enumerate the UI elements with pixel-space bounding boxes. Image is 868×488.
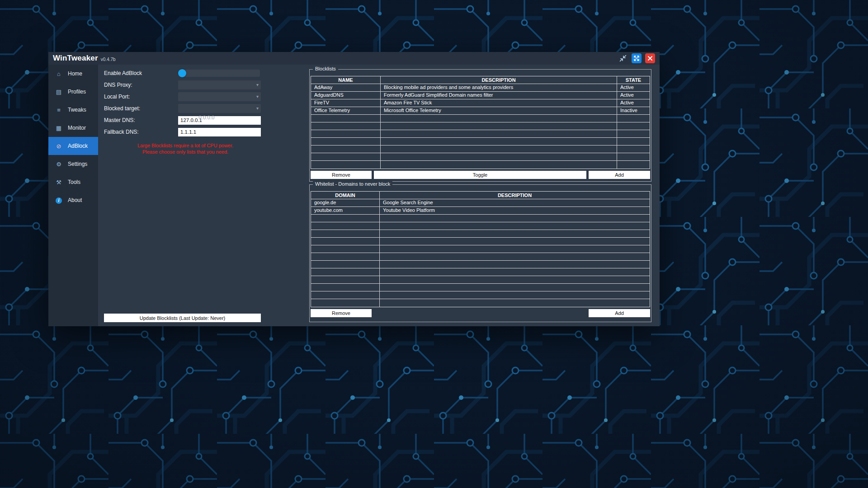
blocklist-row[interactable] [311, 138, 650, 145]
add-whitelist-button[interactable]: Add [589, 309, 650, 317]
blocklist-name-cell [311, 153, 381, 160]
whitelist-domain-cell [311, 238, 380, 245]
whitelist-description-cell [380, 245, 650, 253]
whitelist-domain-cell [311, 299, 380, 307]
sidebar-item-label: Home [68, 70, 82, 77]
toggle-knob[interactable] [178, 69, 186, 77]
dns-proxy-select[interactable]: Google / 8.8.8.8 ▾ [178, 80, 261, 89]
blocklist-row[interactable] [311, 115, 650, 122]
blocklist-row[interactable] [311, 145, 650, 153]
whitelist-description-cell [380, 238, 650, 245]
sidebar-item-tools[interactable]: ⚒ Tools [48, 173, 98, 191]
home-icon: ⌂ [55, 70, 63, 77]
whitelist-description-cell: Google Search Engine [380, 199, 650, 206]
whitelist-row[interactable] [311, 276, 650, 284]
whitelist-table-body: google.de Google Search Engine youtube.c… [311, 199, 650, 307]
whitelist-row[interactable] [311, 261, 650, 268]
blocklist-state-cell [617, 153, 650, 160]
blocklist-row[interactable] [311, 122, 650, 130]
whitelist-row[interactable] [311, 215, 650, 222]
close-button[interactable] [645, 53, 655, 63]
sidebar-item-about[interactable]: i About [48, 191, 98, 209]
app-window: WinTweaker v0.4.7b [48, 52, 660, 326]
sidebar-item-adblock[interactable]: ⊘ AdBlock [48, 137, 98, 155]
blocklist-description-cell: Formerly AdGuard Simplified Domain names… [381, 92, 617, 99]
maximize-button[interactable] [632, 53, 642, 63]
titlebar[interactable]: WinTweaker v0.4.7b [48, 52, 660, 65]
blocklists-groupbox: Blocklists NAME DESCRIPTION STATE AdAway… [309, 69, 651, 182]
blocklist-description-cell [381, 161, 617, 169]
sidebar-item-settings[interactable]: ⚙ Settings [48, 155, 98, 173]
enable-adblock-toggle[interactable] [178, 70, 260, 77]
remove-whitelist-button[interactable]: Remove [311, 309, 372, 317]
blocklist-description-cell: Microsoft Office Telemetry [381, 107, 617, 114]
blocklist-row[interactable] [311, 153, 650, 161]
blocklist-row[interactable]: FireTV Amazon Fire TV Stick Active [311, 99, 650, 107]
blocklist-row[interactable] [311, 161, 650, 169]
blocklists-group-title: Blocklists [313, 66, 338, 71]
sidebar-item-tweaks[interactable]: ≡ Tweaks [48, 101, 98, 119]
blocklist-state-cell: Inactive [617, 107, 650, 114]
whitelist-domain-cell [311, 230, 380, 237]
whitelist-description-cell [380, 284, 650, 291]
adblock-settings-form: Enable AdBlock DNS Proxy: Google / 8.8.8… [104, 67, 267, 155]
whitelist-groupbox: Whitelist - Domains to never block DOMAI… [309, 184, 651, 322]
whitelist-description-cell [380, 222, 650, 230]
whitelist-row[interactable] [311, 230, 650, 238]
blocklist-row[interactable]: AdguardDNS Formerly AdGuard Simplified D… [311, 92, 650, 99]
blocklist-state-cell [617, 138, 650, 145]
blocklist-name-cell [311, 130, 381, 137]
whitelist-row[interactable] [311, 222, 650, 230]
local-port-select[interactable]: 53 ▾ [178, 92, 261, 101]
remove-blocklist-button[interactable]: Remove [311, 171, 372, 179]
warning-line-2: Please choose only lists that you need. [104, 149, 267, 155]
whitelist-domain-cell: youtube.com [311, 207, 380, 214]
whitelist-row[interactable] [311, 284, 650, 291]
blocklist-state-cell [617, 122, 650, 130]
blocklist-description-cell [381, 138, 617, 145]
whitelist-row[interactable] [311, 245, 650, 253]
blocklist-name-cell: AdguardDNS [311, 92, 381, 99]
whitelist-domain-cell [311, 245, 380, 253]
whitelist-row[interactable] [311, 291, 650, 299]
tools-icon: ⚒ [55, 179, 63, 186]
whitelist-domain-cell [311, 222, 380, 230]
toggle-blocklist-button[interactable]: Toggle [374, 171, 586, 179]
whitelist-row[interactable]: youtube.com Youtube Video Platform [311, 207, 650, 215]
blocklists-buttons: Remove Toggle Add [311, 171, 650, 179]
blocklist-row[interactable]: AdAway Blocking mobile ad providers and … [311, 84, 650, 92]
whitelist-domain-cell: google.de [311, 199, 380, 206]
sidebar-item-profiles[interactable]: ▤ Profiles [48, 83, 98, 101]
restore-down-button[interactable] [618, 53, 628, 63]
blocklist-description-cell [381, 122, 617, 130]
blocklist-row[interactable] [311, 130, 650, 138]
sidebar-item-monitor[interactable]: ▦ Monitor [48, 119, 98, 137]
whitelist-row[interactable]: google.de Google Search Engine [311, 199, 650, 207]
add-blocklist-button[interactable]: Add [589, 171, 650, 179]
whitelist-row[interactable] [311, 268, 650, 276]
chevron-down-icon: ▾ [256, 92, 259, 101]
sidebar-item-label: Settings [68, 161, 87, 167]
sidebar-item-home[interactable]: ⌂ Home [48, 65, 98, 83]
column-header-domain: DOMAIN [311, 192, 380, 199]
blocked-target-label: Blocked target: [104, 105, 178, 112]
blocklist-state-cell: Active [617, 99, 650, 107]
blocklist-description-cell [381, 115, 617, 122]
whitelist-description-cell [380, 230, 650, 237]
whitelist-description-cell [380, 299, 650, 307]
whitelist-description-cell: Youtube Video Platform [380, 207, 650, 214]
app-version: v0.4.7b [101, 57, 116, 62]
whitelist-row[interactable] [311, 238, 650, 245]
whitelist-table: DOMAIN DESCRIPTION google.de Google Sear… [311, 191, 650, 307]
close-icon [647, 56, 653, 61]
blocklist-row[interactable]: Office Telemetry Microsoft Office Teleme… [311, 107, 650, 115]
whitelist-description-cell [380, 215, 650, 222]
column-header-name: NAME [311, 76, 381, 84]
blocked-target-select[interactable]: 0.0.0.0 ▾ [178, 104, 261, 113]
spacer [374, 309, 586, 317]
whitelist-row[interactable] [311, 253, 650, 261]
update-blocklists-button[interactable]: Update Blocklists (Last Update: Never) [104, 314, 261, 322]
whitelist-row[interactable] [311, 299, 650, 307]
whitelist-domain-cell [311, 276, 380, 283]
whitelist-description-cell [380, 261, 650, 268]
